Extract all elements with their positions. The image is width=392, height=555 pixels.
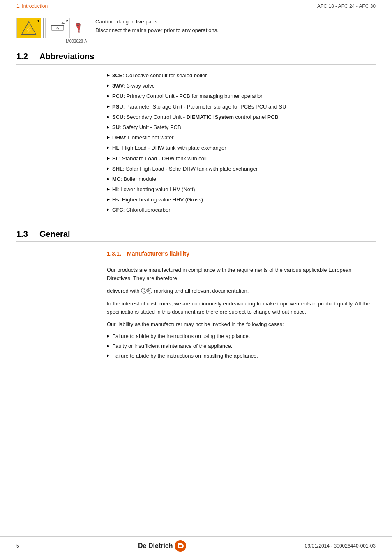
section-1-2-number: 1.2 [16,52,33,61]
logo-icon [175,540,186,552]
list-item: Hs: Higher heating value HHV (Gross) [107,196,376,204]
list-item: MC: Boiler module [107,176,376,183]
list-item: SHL: Solar High Load - Solar DHW tank wi… [107,165,376,173]
image-code: M002628-A [16,39,87,44]
list-item: SU: Safety Unit - Safety PCB [107,124,376,131]
main-content: 1 ⚡ 2 ∿ [0,12,392,387]
list-item: 3WV: 3-way valve [107,82,376,90]
footer-logo: De Dietrich [138,540,186,552]
list-item: Hi: Lower heating value LHV (Nett) [107,186,376,193]
subsection-body: Our products are manufactured in complia… [107,266,376,360]
breadcrumb: 1. Introduction [16,3,48,9]
svg-text:⚡: ⚡ [25,25,34,34]
tool-icon-box [71,18,87,38]
list-item: DHW: Domestic hot water [107,134,376,141]
svg-text:∿: ∿ [56,26,59,30]
warning-image-group: 1 ⚡ 2 ∿ [16,18,87,44]
list-item: Faulty or insufficient maintenance of th… [107,342,376,350]
para-1: Our products are manufactured in complia… [107,266,376,282]
para-4: Our liability as the manufacturer may no… [107,320,376,328]
de-dietrich-logo-svg [175,540,186,552]
image-separator [43,18,44,38]
section-1-2-heading: 1.2 Abbreviations [16,52,376,65]
abbreviations-list: 3CE: Collective conduit for sealed boile… [16,72,376,214]
ce-mark: ⒸⒺ [141,288,152,294]
section-1-3-heading: 1.3 General [16,229,376,242]
subsection-1-3-1-heading: 1.3.1. Manufacturer's liability [107,250,376,259]
list-item: Failure to abide by the instructions on … [107,352,376,360]
section-1-3: 1.3 General 1.3.1. Manufacturer's liabil… [16,229,376,360]
page-header: 1. Introduction AFC 18 - AFC 24 - AFC 30 [0,0,392,12]
list-item: SCU: Secondary Control Unit - DIEMATIC i… [107,113,376,121]
list-item: 3CE: Collective conduit for sealed boile… [107,72,376,79]
logo-text: De Dietrich [138,542,173,550]
electrical-hazard-icon: ⚡ [21,20,37,36]
section-1-2-title: Abbreviations [39,52,94,61]
section-1-3-number: 1.3 [16,229,33,239]
para-2: delivered with ⒸⒺ marking and all releva… [107,287,376,296]
list-item: HL: High Load - DHW tank with plate exch… [107,144,376,152]
subsection-title: Manufacturer's liability [127,250,189,257]
section-1-2: 1.2 Abbreviations 3CE: Collective condui… [16,48,376,225]
footer-date-code: 09/01/2014 - 300026440-001-03 [305,543,376,549]
list-item: CFC: Chlorofluorocarbon [107,206,376,214]
page-footer: 5 De Dietrich 09/01/2014 - 300026440-001… [0,536,392,555]
list-item: Failure to abide by the instructions on … [107,333,376,340]
list-item: SL: Standard Load - DHW tank with coil [107,155,376,162]
hazard-icon-box: 1 ⚡ [16,18,41,38]
list-item: PCU: Primary Control Unit - PCB for mana… [107,92,376,100]
document-title: AFC 18 - AFC 24 - AFC 30 [317,3,376,9]
list-item: PSU: Parameter Storage Unit - Parameter … [107,103,376,111]
caution-text: Caution: danger, live parts. Disconnect … [95,18,219,35]
section-1-3-title: General [39,229,70,239]
subsection-1-3-1: 1.3.1. Manufacturer's liability Our prod… [16,250,376,360]
page-number: 5 [16,543,19,549]
liability-list: Failure to abide by the instructions on … [107,333,376,360]
tool-icon [73,22,85,34]
para-3: In the interest of customers, we are con… [107,300,376,316]
warning-section: 1 ⚡ 2 ∿ [16,12,376,48]
subsection-number: 1.3.1. [107,250,121,257]
disconnect-power-icon: ∿ [50,20,65,36]
disconnect-icon-box: 2 ∿ [45,18,70,38]
